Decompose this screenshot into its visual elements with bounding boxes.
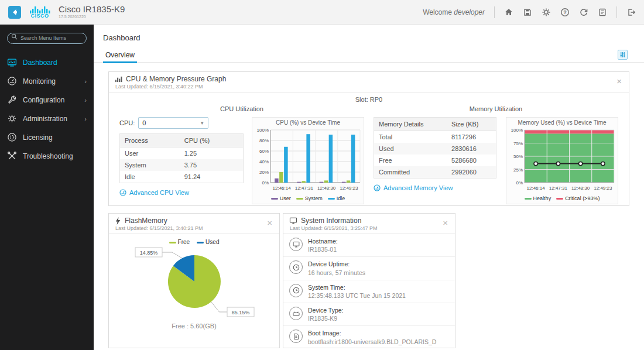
tab-bar: Overview (94, 49, 644, 63)
back-arrow-icon (11, 9, 18, 16)
close-icon[interactable]: × (267, 218, 272, 227)
pie-legend: FreeUsed (109, 236, 279, 245)
system-last-updated: Last Updated: 6/15/2021, 3:25:47 PM (290, 225, 449, 231)
svg-text:80%: 80% (259, 138, 269, 143)
svg-text:12:48:30: 12:48:30 (317, 186, 336, 191)
close-icon[interactable]: × (443, 218, 448, 227)
legend-item: Critical (>93%) (556, 195, 600, 201)
cpu-section-title: CPU Utilization (119, 105, 364, 112)
cpu-utilization-section: CPU Utilization CPU: 0 ▼ (115, 104, 369, 204)
advanced-view-icon (374, 184, 381, 191)
customize-widgets-icon[interactable] (618, 50, 628, 60)
flash-panel-title: FlashMemory (115, 217, 273, 225)
list-item: System Time:12:35:48.133 UTC Tue Jun 15 … (283, 280, 455, 303)
language-icon[interactable] (598, 8, 607, 17)
svg-text:100%: 100% (257, 128, 269, 133)
divider (494, 6, 495, 18)
cpu-chart-box: CPU (%) vs Device Time 0%20%40%60%80%100… (252, 117, 364, 204)
svg-text:75%: 75% (513, 141, 523, 146)
sidebar-item-configuration[interactable]: Configuration › (0, 91, 94, 109)
dashboard-icon (7, 57, 17, 67)
flash-free-caption: Free : 5.60(GB) (109, 322, 279, 330)
svg-text:25%: 25% (513, 167, 523, 173)
legend-item: Free (169, 239, 190, 245)
home-icon[interactable] (504, 8, 513, 17)
top-header: cisco Cisco IR1835-K9 17.5.20201220 Welc… (0, 0, 644, 25)
app-version: 17.5.20201220 (59, 15, 125, 19)
svg-text:12:46:14: 12:46:14 (273, 186, 292, 191)
svg-text:40%: 40% (259, 159, 269, 164)
sidebar-item-monitoring[interactable]: Monitoring › (0, 72, 94, 91)
legend-item: Used (197, 239, 219, 245)
help-icon[interactable]: ? (560, 8, 570, 17)
logout-icon[interactable] (626, 8, 636, 17)
memory-area-chart: 0%25%50%75%100%12:46:1412:47:3112:48:301… (506, 126, 618, 194)
chevron-right-icon: › (84, 115, 87, 122)
cpu-process-table: Process CPU (%) User1.25 System3.75 Idle… (119, 133, 244, 183)
bar-chart-icon (115, 76, 122, 83)
sidebar-item-troubleshooting[interactable]: Troubleshooting (0, 147, 94, 166)
list-item: Device Type:IR1835-K9 (283, 303, 455, 326)
sidebar-item-licensing[interactable]: Licensing (0, 128, 94, 147)
wrench-icon (7, 95, 17, 105)
svg-text:12:47:31: 12:47:31 (549, 186, 568, 191)
cpu-memory-panel: CPU & Memory Pressure Graph Last Updated… (108, 71, 629, 206)
table-row: Total8117296 (374, 131, 496, 143)
advanced-memory-view-link[interactable]: Advanced Memory View (374, 184, 453, 191)
settings-gear-icon[interactable] (542, 8, 551, 17)
legend-item: System (296, 195, 323, 201)
system-information-panel: System Information Last Updated: 6/15/20… (283, 213, 455, 348)
cisco-logo: cisco (29, 6, 50, 19)
flash-memory-panel: FlashMemory Last Updated: 6/15/2021, 3:4… (108, 213, 280, 348)
cpu-chart-title: CPU (%) vs Device Time (252, 119, 364, 126)
refresh-icon[interactable] (579, 8, 588, 17)
welcome-text: Welcome developer (423, 8, 485, 16)
slot-label: Slot: RP0 (109, 92, 629, 104)
app-title: Cisco IR1835-K9 (59, 5, 125, 15)
legend-item: User (271, 195, 291, 201)
svg-text:14.85%: 14.85% (140, 250, 158, 256)
memory-chart-box: Memory Used (%) vs Device Time 0%25%50%7… (506, 117, 618, 204)
svg-text:12:48:30: 12:48:30 (571, 186, 590, 191)
save-icon[interactable] (523, 8, 532, 17)
sidebar-item-label: Configuration (23, 96, 78, 104)
back-button[interactable] (8, 6, 21, 19)
table-row: System3.75 (120, 159, 244, 171)
close-icon[interactable]: × (616, 77, 622, 85)
svg-text:12:47:31: 12:47:31 (295, 186, 314, 191)
svg-text:0%: 0% (516, 180, 523, 186)
search-input[interactable] (7, 33, 87, 44)
cpu-chart-legend: UserSystemIdle (252, 194, 364, 204)
sidebar-item-administration[interactable]: Administration › (0, 109, 94, 128)
sidebar-item-dashboard[interactable]: Dashboard (0, 53, 94, 72)
advanced-cpu-view-link[interactable]: Advanced CPU View (119, 189, 189, 196)
page-title: Dashboard (94, 25, 644, 49)
table-row: Used2830616 (374, 143, 496, 155)
chevron-right-icon: › (84, 97, 87, 104)
monitor-icon (289, 238, 303, 251)
search-icon (11, 33, 18, 40)
table-row: User1.25 (120, 147, 244, 160)
cpu-memory-last-updated: Last Updated: 6/15/2021, 3:40:22 PM (115, 84, 623, 90)
cpu-bar-chart: 0%20%40%60%80%100%12:46:1412:47:3112:48:… (252, 126, 364, 194)
advanced-view-icon (119, 189, 126, 196)
cpu-select[interactable]: 0 ▼ (138, 117, 208, 129)
lightning-icon (115, 217, 121, 225)
memory-utilization-section: Memory Utilization Memory Details Size (… (369, 104, 623, 204)
list-item: Device Uptime:16 hours, 57 minutes (283, 257, 455, 280)
svg-text:?: ? (563, 9, 566, 15)
svg-text:12:46:14: 12:46:14 (527, 186, 546, 191)
svg-text:50%: 50% (513, 154, 523, 159)
list-item: Hostname:IR1835-01 (283, 234, 455, 257)
cisco-logo-bars-icon (29, 6, 50, 13)
tab-overview[interactable]: Overview (103, 50, 137, 63)
router-icon (289, 307, 303, 320)
tools-icon (7, 151, 17, 161)
legend-item: Healthy (525, 195, 551, 201)
sidebar-item-label: Monitoring (23, 77, 78, 85)
table-row: Idle91.24 (120, 171, 244, 183)
document-icon (289, 330, 303, 343)
gauge-icon (7, 76, 17, 86)
svg-text:100%: 100% (511, 128, 523, 133)
cpu-select-label: CPU: (119, 119, 135, 126)
